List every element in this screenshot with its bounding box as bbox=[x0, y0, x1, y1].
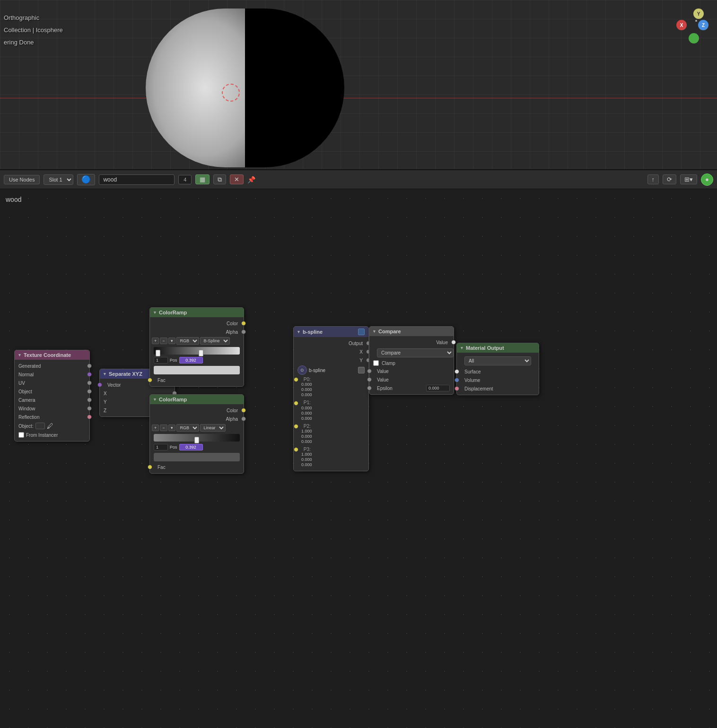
collapse-arrow[interactable]: ▾ bbox=[18, 353, 21, 357]
socket-p0-in[interactable] bbox=[294, 377, 298, 382]
slot-selector[interactable]: Slot 1 bbox=[44, 174, 73, 185]
socket-surface-in[interactable] bbox=[455, 369, 459, 374]
cr-top-pos-num[interactable] bbox=[154, 357, 168, 364]
socket-fac-in-bot[interactable] bbox=[148, 465, 152, 469]
socket-displacement-in[interactable] bbox=[455, 386, 459, 391]
material-output-node[interactable]: ▾ Material Output All Surface Volume Dis… bbox=[456, 343, 539, 395]
collapse-arrow-compare[interactable]: ▾ bbox=[373, 329, 376, 334]
material-name-input[interactable] bbox=[99, 174, 175, 185]
gizmo-green-dot[interactable] bbox=[689, 33, 699, 43]
socket-generated-out[interactable] bbox=[87, 364, 92, 368]
cr-bot-pos-num[interactable] bbox=[154, 444, 168, 451]
cr-bot-channel-select[interactable]: RGB bbox=[176, 424, 199, 432]
object-eyedropper[interactable]: 🖊 bbox=[47, 422, 53, 430]
socket-vector-in[interactable] bbox=[97, 382, 102, 387]
node-arrange-button[interactable]: ↑ bbox=[647, 174, 659, 184]
cr-bot-color-preview[interactable] bbox=[154, 453, 240, 461]
grid-background bbox=[0, 0, 717, 169]
bspline-header[interactable]: ▾ b-spline bbox=[294, 327, 368, 337]
collapse-arrow-cr-top[interactable]: ▾ bbox=[154, 310, 156, 315]
socket-volume-in[interactable] bbox=[455, 378, 459, 382]
cr-bot-handle-center[interactable] bbox=[194, 437, 199, 443]
bspline-p2-vals: 1.000 0.000 0.000 bbox=[294, 429, 368, 446]
gizmo-x-axis[interactable]: X bbox=[676, 20, 687, 30]
socket-color-out-bot[interactable] bbox=[241, 408, 246, 413]
compare-method-select[interactable]: Compare bbox=[377, 348, 454, 357]
socket-compare-epsilon-in[interactable] bbox=[367, 386, 372, 390]
cr-top-color-preview[interactable] bbox=[154, 366, 240, 374]
collapse-arrow-matout[interactable]: ▾ bbox=[461, 346, 463, 350]
node-view-button[interactable]: ▦ bbox=[195, 174, 210, 184]
collapse-arrow-sepxyz[interactable]: ▾ bbox=[104, 372, 106, 376]
node-link-button[interactable]: ⟳ bbox=[663, 174, 676, 184]
cr-top-gradient-bar[interactable] bbox=[154, 347, 240, 355]
cr-bot-pos-val[interactable] bbox=[179, 444, 203, 451]
cr-bot-remove-btn[interactable]: − bbox=[160, 425, 167, 431]
texture-coordinate-node[interactable]: ▾ Texture Coordinate Generated Normal UV… bbox=[14, 350, 90, 442]
socket-alpha-out-bot[interactable] bbox=[241, 416, 246, 421]
compare-header[interactable]: ▾ Compare bbox=[369, 327, 454, 336]
bspline-body: Output X Y ⊙ b-spline P bbox=[294, 337, 368, 471]
material-output-header[interactable]: ▾ Material Output bbox=[457, 343, 539, 353]
pin-button[interactable]: 📌 bbox=[247, 176, 255, 183]
cr-top-channel-select[interactable]: RGB bbox=[176, 337, 199, 345]
bspline-icon[interactable] bbox=[358, 329, 365, 335]
socket-p1-in[interactable] bbox=[294, 401, 298, 406]
viewport[interactable]: Orthographic Collection | Icosphere erin… bbox=[0, 0, 717, 170]
colorramp-bot-header[interactable]: ▾ ColorRamp bbox=[150, 395, 244, 404]
gizmo-y-axis[interactable]: Y bbox=[693, 9, 704, 19]
bspline-p2-label: P2: bbox=[294, 423, 368, 429]
colorramp-top-node[interactable]: ▾ ColorRamp Color Alpha + − ▾ RGB B-Spli… bbox=[149, 307, 244, 387]
socket-compare-val2-in[interactable] bbox=[367, 377, 372, 382]
cr-top-add-btn[interactable]: + bbox=[152, 338, 159, 344]
socket-fac-in-top[interactable] bbox=[148, 378, 152, 382]
object-picker[interactable] bbox=[35, 423, 45, 429]
render-button[interactable]: ● bbox=[701, 173, 713, 186]
socket-uv-out[interactable] bbox=[87, 381, 92, 385]
colorramp-top-header[interactable]: ▾ ColorRamp bbox=[150, 308, 244, 317]
cr-top-pos-val[interactable] bbox=[179, 357, 203, 364]
cr-bot-menu-btn[interactable]: ▾ bbox=[168, 425, 175, 431]
socket-p2-in[interactable] bbox=[294, 424, 298, 429]
bspline-toggle[interactable] bbox=[358, 367, 365, 373]
socket-object-out[interactable] bbox=[87, 389, 92, 394]
node-editor-area[interactable]: wood ▾ Texture Coordinate Generated Norm bbox=[0, 189, 717, 728]
socket-color-out-top[interactable] bbox=[241, 321, 246, 326]
cr-top-remove-btn[interactable]: − bbox=[160, 338, 167, 344]
compare-epsilon-field[interactable] bbox=[426, 385, 450, 391]
socket-compare-value-out[interactable] bbox=[451, 340, 456, 345]
socket-normal-out[interactable] bbox=[87, 372, 92, 377]
bspline-icon-btn[interactable]: ⊙ bbox=[297, 365, 307, 375]
material-output-target-select[interactable]: All bbox=[464, 356, 531, 365]
duplicate-material-button[interactable]: ⧉ bbox=[213, 174, 226, 184]
compare-clamp-checkbox[interactable] bbox=[373, 360, 379, 366]
bspline-node[interactable]: ▾ b-spline Output X Y ⊙ bbox=[293, 326, 369, 471]
viewport-gizmo[interactable]: Y Z X bbox=[671, 9, 708, 46]
use-nodes-button[interactable]: Use Nodes bbox=[4, 175, 40, 184]
cr-top-handle-right[interactable] bbox=[199, 350, 203, 356]
compare-node[interactable]: ▾ Compare Value Compare Clamp Value bbox=[369, 326, 454, 395]
socket-window-out[interactable] bbox=[87, 406, 92, 411]
socket-compare-val1-in[interactable] bbox=[367, 369, 372, 373]
socket-camera-out[interactable] bbox=[87, 398, 92, 402]
texture-coordinate-header[interactable]: ▾ Texture Coordinate bbox=[15, 350, 89, 360]
node-overlay-button[interactable]: ⊞▾ bbox=[680, 174, 697, 184]
socket-p3-in[interactable] bbox=[294, 447, 298, 452]
cr-top-handle-left[interactable] bbox=[156, 350, 160, 356]
cr-top-menu-btn[interactable]: ▾ bbox=[168, 338, 175, 344]
unlink-material-button[interactable]: ✕ bbox=[230, 174, 244, 184]
collapse-arrow-bspline[interactable]: ▾ bbox=[297, 329, 300, 334]
compare-epsilon-row: Epsilon bbox=[369, 384, 454, 392]
from-instancer-checkbox[interactable] bbox=[18, 432, 24, 438]
row-from-instancer: From Instancer bbox=[15, 431, 89, 439]
material-type-icon[interactable]: 🔵 bbox=[77, 174, 95, 185]
socket-alpha-out-top[interactable] bbox=[241, 329, 246, 334]
collapse-arrow-cr-bot[interactable]: ▾ bbox=[154, 397, 156, 402]
colorramp-bottom-node[interactable]: ▾ ColorRamp Color Alpha + − ▾ RGB Linear bbox=[149, 394, 244, 474]
cr-bot-add-btn[interactable]: + bbox=[152, 425, 159, 431]
cr-bot-gradient-bar[interactable] bbox=[154, 434, 240, 442]
gizmo-z-axis[interactable]: Z bbox=[698, 20, 708, 30]
cr-top-mode-select[interactable]: B-Spline bbox=[200, 337, 230, 345]
socket-reflection-out[interactable] bbox=[87, 415, 92, 419]
cr-bot-mode-select[interactable]: Linear bbox=[200, 424, 226, 432]
